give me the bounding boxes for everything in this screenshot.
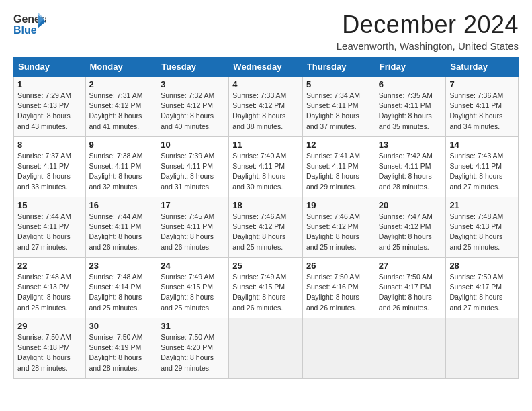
weekday-header-tuesday: Tuesday bbox=[157, 58, 229, 77]
day-info: Sunrise: 7:42 AMSunset: 4:11 PMDaylight:… bbox=[379, 151, 443, 192]
day-number: 22 bbox=[17, 261, 82, 271]
day-number: 3 bbox=[161, 79, 225, 89]
calendar-cell: 11Sunrise: 7:40 AMSunset: 4:11 PMDayligh… bbox=[229, 137, 303, 197]
calendar-table: SundayMondayTuesdayWednesdayThursdayFrid… bbox=[13, 57, 519, 379]
location-title: Leavenworth, Washington, United States bbox=[337, 40, 519, 52]
day-number: 8 bbox=[17, 140, 82, 150]
day-number: 6 bbox=[379, 79, 443, 89]
day-number: 18 bbox=[232, 200, 299, 210]
day-info: Sunrise: 7:36 AMSunset: 4:11 PMDaylight:… bbox=[449, 91, 515, 132]
calendar-cell bbox=[229, 318, 303, 379]
day-number: 29 bbox=[17, 321, 82, 331]
calendar-cell bbox=[302, 318, 375, 379]
page-header: General Blue December 2024 Leavenworth, … bbox=[13, 11, 519, 52]
calendar-cell: 23Sunrise: 7:48 AMSunset: 4:14 PMDayligh… bbox=[85, 258, 157, 318]
day-info: Sunrise: 7:29 AMSunset: 4:13 PMDaylight:… bbox=[17, 91, 82, 132]
weekday-header-saturday: Saturday bbox=[446, 58, 519, 77]
weekday-header-wednesday: Wednesday bbox=[229, 58, 303, 77]
weekday-header-sunday: Sunday bbox=[14, 58, 86, 77]
day-info: Sunrise: 7:46 AMSunset: 4:12 PMDaylight:… bbox=[232, 212, 299, 253]
calendar-cell: 16Sunrise: 7:44 AMSunset: 4:11 PMDayligh… bbox=[85, 197, 157, 258]
day-info: Sunrise: 7:32 AMSunset: 4:12 PMDaylight:… bbox=[161, 91, 225, 132]
calendar-cell: 14Sunrise: 7:43 AMSunset: 4:11 PMDayligh… bbox=[446, 137, 519, 197]
day-number: 16 bbox=[89, 200, 154, 210]
day-info: Sunrise: 7:45 AMSunset: 4:11 PMDaylight:… bbox=[161, 212, 225, 253]
day-number: 7 bbox=[449, 79, 515, 89]
calendar-cell: 7Sunrise: 7:36 AMSunset: 4:11 PMDaylight… bbox=[446, 77, 519, 137]
calendar-cell: 31Sunrise: 7:50 AMSunset: 4:20 PMDayligh… bbox=[157, 318, 229, 379]
day-number: 10 bbox=[161, 140, 225, 150]
day-number: 26 bbox=[306, 261, 371, 271]
calendar-header: SundayMondayTuesdayWednesdayThursdayFrid… bbox=[14, 58, 519, 77]
day-info: Sunrise: 7:48 AMSunset: 4:14 PMDaylight:… bbox=[89, 272, 154, 313]
calendar-week-row: 8Sunrise: 7:37 AMSunset: 4:11 PMDaylight… bbox=[14, 137, 519, 197]
day-info: Sunrise: 7:34 AMSunset: 4:11 PMDaylight:… bbox=[306, 91, 371, 132]
day-info: Sunrise: 7:31 AMSunset: 4:12 PMDaylight:… bbox=[89, 91, 154, 132]
day-number: 13 bbox=[379, 140, 443, 150]
calendar-week-row: 29Sunrise: 7:50 AMSunset: 4:18 PMDayligh… bbox=[14, 318, 519, 379]
day-number: 24 bbox=[161, 261, 225, 271]
calendar-cell: 3Sunrise: 7:32 AMSunset: 4:12 PMDaylight… bbox=[157, 77, 229, 137]
weekday-header-row: SundayMondayTuesdayWednesdayThursdayFrid… bbox=[14, 58, 519, 77]
day-number: 21 bbox=[449, 200, 515, 210]
weekday-header-friday: Friday bbox=[375, 58, 446, 77]
calendar-cell: 8Sunrise: 7:37 AMSunset: 4:11 PMDaylight… bbox=[14, 137, 86, 197]
calendar-cell: 6Sunrise: 7:35 AMSunset: 4:11 PMDaylight… bbox=[375, 77, 446, 137]
day-info: Sunrise: 7:49 AMSunset: 4:15 PMDaylight:… bbox=[161, 272, 225, 313]
day-info: Sunrise: 7:44 AMSunset: 4:11 PMDaylight:… bbox=[89, 212, 154, 253]
calendar-cell: 2Sunrise: 7:31 AMSunset: 4:12 PMDaylight… bbox=[85, 77, 157, 137]
calendar-body: 1Sunrise: 7:29 AMSunset: 4:13 PMDaylight… bbox=[14, 77, 519, 379]
day-number: 20 bbox=[379, 200, 443, 210]
day-info: Sunrise: 7:50 AMSunset: 4:20 PMDaylight:… bbox=[161, 332, 225, 373]
calendar-cell: 9Sunrise: 7:38 AMSunset: 4:11 PMDaylight… bbox=[85, 137, 157, 197]
calendar-cell: 18Sunrise: 7:46 AMSunset: 4:12 PMDayligh… bbox=[229, 197, 303, 258]
calendar-cell: 5Sunrise: 7:34 AMSunset: 4:11 PMDaylight… bbox=[302, 77, 375, 137]
day-number: 9 bbox=[89, 140, 154, 150]
logo: General Blue bbox=[13, 11, 47, 38]
day-info: Sunrise: 7:35 AMSunset: 4:11 PMDaylight:… bbox=[379, 91, 443, 132]
day-info: Sunrise: 7:50 AMSunset: 4:16 PMDaylight:… bbox=[306, 272, 371, 313]
day-number: 28 bbox=[449, 261, 515, 271]
day-number: 19 bbox=[306, 200, 371, 210]
day-number: 25 bbox=[232, 261, 299, 271]
calendar-cell: 26Sunrise: 7:50 AMSunset: 4:16 PMDayligh… bbox=[302, 258, 375, 318]
calendar-week-row: 1Sunrise: 7:29 AMSunset: 4:13 PMDaylight… bbox=[14, 77, 519, 137]
day-number: 12 bbox=[306, 140, 371, 150]
day-info: Sunrise: 7:40 AMSunset: 4:11 PMDaylight:… bbox=[232, 151, 299, 192]
calendar-week-row: 15Sunrise: 7:44 AMSunset: 4:11 PMDayligh… bbox=[14, 197, 519, 258]
day-info: Sunrise: 7:48 AMSunset: 4:13 PMDaylight:… bbox=[17, 272, 82, 313]
calendar-cell: 4Sunrise: 7:33 AMSunset: 4:12 PMDaylight… bbox=[229, 77, 303, 137]
calendar-cell: 28Sunrise: 7:50 AMSunset: 4:17 PMDayligh… bbox=[446, 258, 519, 318]
day-number: 23 bbox=[89, 261, 154, 271]
day-info: Sunrise: 7:50 AMSunset: 4:17 PMDaylight:… bbox=[449, 272, 515, 313]
day-number: 2 bbox=[89, 79, 154, 89]
day-info: Sunrise: 7:33 AMSunset: 4:12 PMDaylight:… bbox=[232, 91, 299, 132]
month-title: December 2024 bbox=[337, 11, 519, 39]
calendar-cell: 10Sunrise: 7:39 AMSunset: 4:11 PMDayligh… bbox=[157, 137, 229, 197]
day-number: 4 bbox=[232, 79, 299, 89]
day-info: Sunrise: 7:48 AMSunset: 4:13 PMDaylight:… bbox=[449, 212, 515, 253]
calendar-cell: 13Sunrise: 7:42 AMSunset: 4:11 PMDayligh… bbox=[375, 137, 446, 197]
day-number: 27 bbox=[379, 261, 443, 271]
day-info: Sunrise: 7:41 AMSunset: 4:11 PMDaylight:… bbox=[306, 151, 371, 192]
day-info: Sunrise: 7:47 AMSunset: 4:12 PMDaylight:… bbox=[379, 212, 443, 253]
calendar-cell: 17Sunrise: 7:45 AMSunset: 4:11 PMDayligh… bbox=[157, 197, 229, 258]
day-number: 14 bbox=[449, 140, 515, 150]
day-number: 30 bbox=[89, 321, 154, 331]
calendar-cell: 20Sunrise: 7:47 AMSunset: 4:12 PMDayligh… bbox=[375, 197, 446, 258]
day-info: Sunrise: 7:37 AMSunset: 4:11 PMDaylight:… bbox=[17, 151, 82, 192]
day-number: 15 bbox=[17, 200, 82, 210]
svg-text:Blue: Blue bbox=[13, 24, 37, 36]
calendar-cell: 15Sunrise: 7:44 AMSunset: 4:11 PMDayligh… bbox=[14, 197, 86, 258]
day-info: Sunrise: 7:50 AMSunset: 4:19 PMDaylight:… bbox=[89, 332, 154, 373]
calendar-cell: 30Sunrise: 7:50 AMSunset: 4:19 PMDayligh… bbox=[85, 318, 157, 379]
calendar-cell: 19Sunrise: 7:46 AMSunset: 4:12 PMDayligh… bbox=[302, 197, 375, 258]
day-info: Sunrise: 7:49 AMSunset: 4:15 PMDaylight:… bbox=[232, 272, 299, 313]
calendar-cell: 24Sunrise: 7:49 AMSunset: 4:15 PMDayligh… bbox=[157, 258, 229, 318]
day-info: Sunrise: 7:50 AMSunset: 4:18 PMDaylight:… bbox=[17, 332, 82, 373]
calendar-week-row: 22Sunrise: 7:48 AMSunset: 4:13 PMDayligh… bbox=[14, 258, 519, 318]
calendar-cell: 22Sunrise: 7:48 AMSunset: 4:13 PMDayligh… bbox=[14, 258, 86, 318]
calendar-cell: 29Sunrise: 7:50 AMSunset: 4:18 PMDayligh… bbox=[14, 318, 86, 379]
day-number: 11 bbox=[232, 140, 299, 150]
calendar-cell: 21Sunrise: 7:48 AMSunset: 4:13 PMDayligh… bbox=[446, 197, 519, 258]
